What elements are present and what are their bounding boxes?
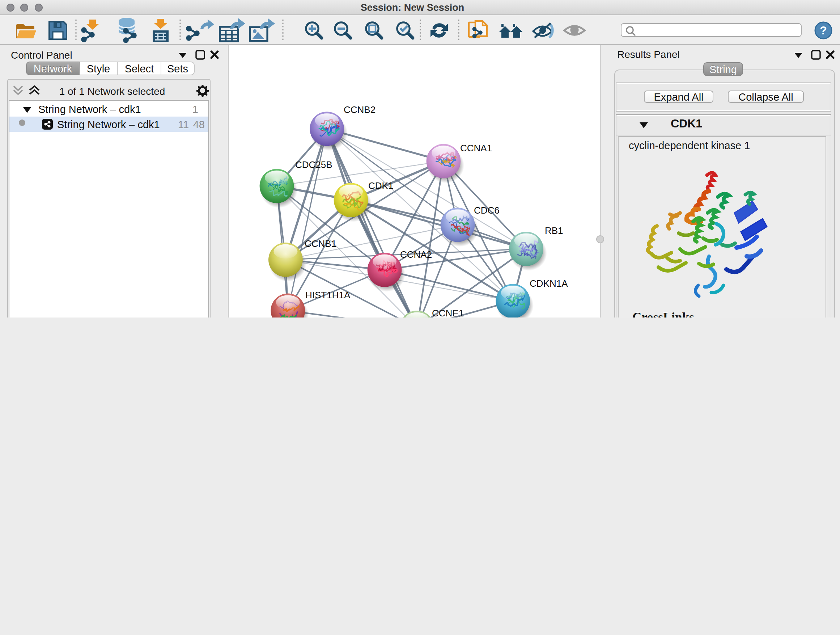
svg-text:CCNA2: CCNA2 — [400, 249, 432, 260]
svg-text:CCNA1: CCNA1 — [460, 143, 492, 154]
svg-text:CCNB1: CCNB1 — [305, 238, 336, 249]
svg-text:CDKN1A: CDKN1A — [530, 278, 568, 289]
svg-text:CCNE1: CCNE1 — [432, 308, 464, 318]
svg-text:HIST1H1A: HIST1H1A — [305, 290, 351, 301]
svg-text:CDK1: CDK1 — [368, 180, 393, 191]
svg-text:?: ? — [820, 24, 827, 37]
svg-text:CCNB2: CCNB2 — [344, 104, 376, 115]
svg-text:RB1: RB1 — [545, 225, 563, 236]
svg-text:CDC6: CDC6 — [474, 205, 500, 216]
svg-text:CDC25B: CDC25B — [295, 159, 332, 170]
